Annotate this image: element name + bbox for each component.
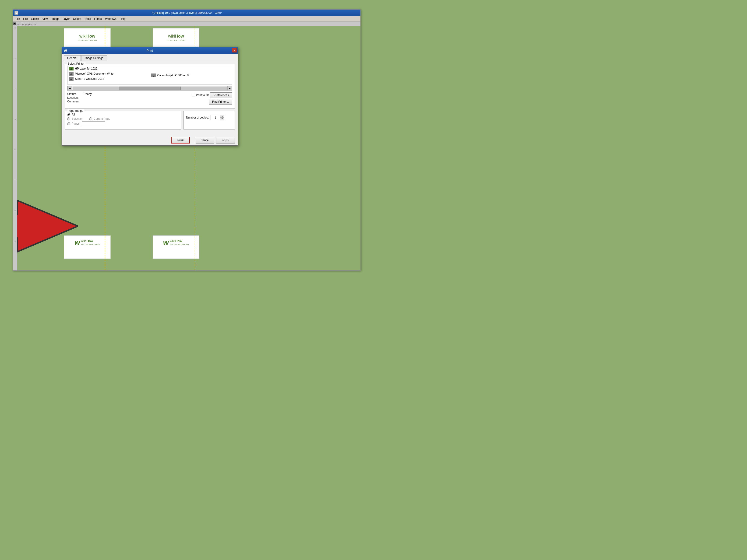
status-row: Status: Ready xyxy=(67,92,188,96)
gimp-title-bar: ▣ *[Untitled]-19.0 (RGB color, 3 layers)… xyxy=(13,9,360,16)
scroll-right-button[interactable]: ▶ xyxy=(227,86,232,90)
printer-name-hp: HP LaserJet 1022 xyxy=(75,67,97,70)
ruler-top: -3-2-1 |9|1 |2 |3|4 |5 |6|7 |8 xyxy=(13,22,360,26)
printer-name-canon: Canon Inkjet iP1300 on V xyxy=(157,74,189,77)
location-row: Location: xyxy=(67,96,188,99)
printer-icon-onenote: 🖨 xyxy=(69,77,74,81)
status-area: Status: Ready Location: Comment: xyxy=(67,92,232,105)
printer-icon-canon: 🖨 xyxy=(151,74,156,77)
location-label: Location: xyxy=(67,96,83,99)
print-to-file-label: Print to file xyxy=(196,94,209,97)
status-label: Status: xyxy=(67,92,83,96)
preferences-button[interactable]: Preferences xyxy=(210,92,232,98)
select-printer-group: Select Printer 🖨 HP LaserJet 1022 🖨 Cano… xyxy=(65,64,235,108)
dialog-printer-icon: 🖨 xyxy=(64,48,68,53)
printer-item-hp[interactable]: 🖨 HP LaserJet 1022 xyxy=(68,66,232,71)
red-arrow-annotation xyxy=(17,196,78,257)
wikihow-w-2: w xyxy=(163,238,169,247)
comment-label: Comment: xyxy=(67,100,83,103)
cancel-button[interactable]: Cancel xyxy=(196,137,214,143)
printer-icon-hp: 🖨 xyxy=(69,67,74,71)
apply-button[interactable]: Apply xyxy=(216,137,235,143)
range-selection-label: Selection xyxy=(72,117,83,121)
status-right: Print to file Preferences Find Printer..… xyxy=(192,92,232,105)
pages-input[interactable] xyxy=(82,121,105,126)
print-to-file-checkbox[interactable] xyxy=(192,94,195,97)
range-selection-radio[interactable] xyxy=(67,117,70,121)
wikihow-subtitle-2: TO DO ANYTHING xyxy=(166,39,186,41)
printer-scrollbar[interactable]: ◀ ▶ xyxy=(67,86,232,90)
wikihow-tile-2: wikiHow TO DO ANYTHING xyxy=(153,28,199,47)
menu-tools[interactable]: Tools xyxy=(83,17,92,21)
menu-filters[interactable]: Filters xyxy=(93,17,103,21)
canvas-area: wikiHow TO DO ANYTHING wikiHow TO DO ANY… xyxy=(17,26,360,270)
dialog-tabs: General Image Settings xyxy=(62,54,238,61)
menu-help[interactable]: Help xyxy=(118,17,127,21)
range-all-option[interactable]: All xyxy=(67,113,179,116)
menu-view[interactable]: View xyxy=(41,17,50,21)
printer-list[interactable]: 🖨 HP LaserJet 1022 🖨 Canon Inkjet iP1300… xyxy=(67,66,232,84)
wikihow-tile-1: wikiHow TO DO ANYTHING xyxy=(64,28,111,47)
printer-item-canon[interactable]: 🖨 Canon Inkjet iP1300 on V xyxy=(150,73,190,78)
copies-row: Number of copies: ▲ ▼ xyxy=(186,115,232,121)
copies-input[interactable] xyxy=(211,115,220,120)
range-pages-option[interactable]: Pages: xyxy=(67,121,179,126)
dialog-title-bar: 🖨 Print × xyxy=(62,47,238,54)
printer-icon-xps: 🖨 xyxy=(69,72,74,76)
range-all-label: All xyxy=(72,113,75,116)
copies-label: Number of copies: xyxy=(186,116,209,119)
wikihow-subtitle-1: TO DO ANYTHING xyxy=(78,39,97,41)
page-range-label: Page Range xyxy=(67,109,84,112)
menu-layer[interactable]: Layer xyxy=(61,17,71,21)
spinner-down-button[interactable]: ▼ xyxy=(220,117,224,120)
copies-spinner[interactable]: ▲ ▼ xyxy=(211,115,224,121)
dialog-title: Print xyxy=(147,49,153,52)
menu-windows[interactable]: Windows xyxy=(104,17,118,21)
gimp-menu-bar: File Edit Select View Image Layer Colors… xyxy=(13,16,360,22)
range-current-label: Current Page xyxy=(94,117,110,121)
menu-colors[interactable]: Colors xyxy=(72,17,83,21)
comment-row: Comment: xyxy=(67,100,188,103)
print-dialog: 🖨 Print × General Image Settings Select … xyxy=(61,47,238,145)
range-all-radio[interactable] xyxy=(67,113,70,116)
wikihow-tile-bottom-2: w wikiHow TO DO ANYTHING xyxy=(153,235,199,259)
dialog-close-button[interactable]: × xyxy=(232,48,237,53)
range-selection-option[interactable]: Selection Current Page xyxy=(67,117,179,121)
range-pages-label: Pages: xyxy=(72,122,80,125)
range-pages-radio[interactable] xyxy=(67,122,70,125)
gimp-window: ▣ *[Untitled]-19.0 (RGB color, 3 layers)… xyxy=(13,9,361,271)
find-printer-row: Find Printer... xyxy=(209,99,232,105)
select-printer-label: Select Printer xyxy=(67,62,85,65)
spinner-buttons: ▲ ▼ xyxy=(220,115,224,121)
bottom-area: Page Range All Selection Current Page xyxy=(65,111,235,132)
menu-file[interactable]: File xyxy=(14,17,21,21)
find-printer-button[interactable]: Find Printer... xyxy=(209,99,232,105)
gimp-title: *[Untitled]-19.0 (RGB color, 3 layers) 2… xyxy=(152,11,222,15)
print-button[interactable]: Print xyxy=(171,137,190,143)
tab-image-settings[interactable]: Image Settings xyxy=(81,55,107,61)
svg-marker-0 xyxy=(17,201,78,252)
copies-group: Number of copies: ▲ ▼ xyxy=(183,111,235,130)
scroll-left-button[interactable]: ◀ xyxy=(68,86,72,90)
menu-select[interactable]: Select xyxy=(30,17,41,21)
spinner-up-button[interactable]: ▲ xyxy=(220,115,224,117)
ruler-side: 2 3 4 5 6 7 8 9 xyxy=(13,26,17,270)
scroll-thumb xyxy=(119,86,180,90)
gimp-icon: ▣ xyxy=(15,11,18,15)
dialog-content: Select Printer 🖨 HP LaserJet 1022 🖨 Cano… xyxy=(62,61,238,135)
printer-name-xps: Microsoft XPS Document Writer xyxy=(75,72,114,75)
printer-name-onenote: Send To OneNote 2013 xyxy=(75,77,104,80)
status-left: Status: Ready Location: Comment: xyxy=(67,92,188,105)
cursor-indicator: ↖ xyxy=(182,139,184,145)
menu-image[interactable]: Image xyxy=(50,17,61,21)
status-value: Ready xyxy=(83,92,92,96)
ruler-corner: ▣ xyxy=(13,22,17,26)
tab-general[interactable]: General xyxy=(64,55,81,61)
menu-edit[interactable]: Edit xyxy=(22,17,29,21)
range-current-radio[interactable] xyxy=(89,117,92,121)
scroll-track xyxy=(73,86,227,90)
wikihow-logo-2: wikiHow xyxy=(168,34,184,39)
page-range-group: Page Range All Selection Current Page xyxy=(65,111,181,130)
wikihow-logo-1: wikiHow xyxy=(79,34,95,39)
dialog-buttons: Print ↖ Cancel Apply xyxy=(62,135,238,145)
